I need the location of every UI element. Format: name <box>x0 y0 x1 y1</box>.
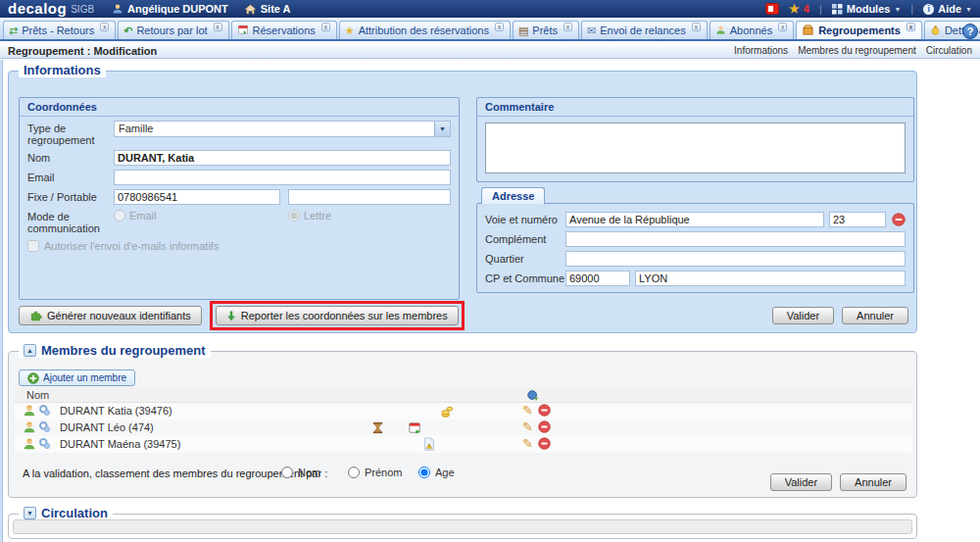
tab-close-icon[interactable]: x <box>495 23 504 31</box>
tab-close-icon[interactable]: x <box>906 23 915 31</box>
cp-input[interactable] <box>565 271 630 286</box>
member-link-icon[interactable] <box>38 404 51 417</box>
app-logo: decalog <box>8 1 67 17</box>
notifications[interactable]: ★ 4 <box>789 2 809 16</box>
remove-member-icon[interactable] <box>538 420 551 433</box>
annotation-highlight-box: Reporter les coordonnées sur les membres <box>210 301 465 330</box>
autoriser-emails-checkbox[interactable] <box>27 240 39 252</box>
tab-attribution-reservations[interactable]: ★ Attribution des réservations x <box>339 21 511 39</box>
voie-input[interactable] <box>565 212 824 227</box>
type-regroupement-label: Type de regroupement <box>27 121 114 146</box>
fixe-portable-label: Fixe / Portable <box>27 189 114 203</box>
table-row[interactable]: DURANT Léo (474) ✎ <box>15 419 912 436</box>
tab-abonnes[interactable]: Abonnés x <box>710 21 794 39</box>
type-regroupement-select[interactable]: Famille ▼ <box>114 121 451 137</box>
tab-close-icon[interactable]: x <box>564 23 572 31</box>
tab-envoi-relances[interactable]: ✉ Envoi de relances x <box>581 21 708 39</box>
plus-icon <box>27 372 39 384</box>
sort-nom-radio[interactable] <box>281 467 293 478</box>
panel-coordonnees: Coordonnées Type de regroupement Famille… <box>19 97 460 300</box>
table-row[interactable]: DURANT Maéna (39475) ✎ <box>15 436 912 453</box>
remove-address-icon[interactable] <box>892 213 906 226</box>
user-icon <box>112 3 123 15</box>
anchor-membres[interactable]: Membres du regroupement <box>798 45 916 56</box>
mode-email-option: Email <box>114 210 157 222</box>
edit-pencil-icon[interactable]: ✎ <box>522 403 533 418</box>
collapse-up-icon[interactable]: ▲ <box>24 344 36 357</box>
panel-coordonnees-title: Coordonnées <box>20 98 459 117</box>
alert-icon[interactable] <box>765 3 779 15</box>
remove-member-icon[interactable] <box>538 437 551 450</box>
numero-input[interactable] <box>829 212 886 227</box>
top-bar: decalog SIGB Angélique DUPONT Site A ★ 4… <box>0 0 980 18</box>
member-link-icon[interactable] <box>38 420 51 433</box>
tab-close-icon[interactable]: x <box>692 23 701 31</box>
ajouter-membre-button[interactable]: Ajouter un membre <box>19 370 135 386</box>
page-left-edge <box>0 60 3 542</box>
sort-age-label: Age <box>435 467 455 478</box>
current-user-label: Angélique DUPONT <box>127 3 228 15</box>
annuler-button[interactable]: Annuler <box>842 307 908 324</box>
circulation-collapsed-bar[interactable] <box>13 519 912 534</box>
section-informations-title: Informations <box>19 63 106 77</box>
edit-pencil-icon[interactable]: ✎ <box>522 419 533 434</box>
table-row[interactable]: DURANT Katia (39476) ✎ <box>15 403 912 419</box>
modules-menu[interactable]: Modules ▼ <box>832 3 902 15</box>
complement-input[interactable] <box>565 231 906 247</box>
collapse-down-icon[interactable]: ▼ <box>24 507 36 519</box>
group-box-icon <box>802 25 814 37</box>
current-user[interactable]: Angélique DUPONT <box>112 3 228 15</box>
quartier-input[interactable] <box>565 251 906 267</box>
star-icon: ★ <box>789 2 800 16</box>
member-name: DURANT Katia (39476) <box>60 405 172 417</box>
tab-close-icon[interactable]: x <box>321 23 330 31</box>
tab-close-icon[interactable]: x <box>214 23 222 31</box>
tab-close-icon[interactable]: x <box>100 23 109 31</box>
anchor-informations[interactable]: Informations <box>734 45 788 56</box>
anchor-circulation[interactable]: Circulation <box>926 45 972 56</box>
edit-pencil-icon[interactable]: ✎ <box>522 436 533 451</box>
generer-identifiants-button[interactable]: Générer nouveaux identifiants <box>19 306 202 325</box>
hourglass-icon <box>370 420 385 435</box>
mode-lettre-radio[interactable] <box>288 210 300 222</box>
section-circulation: ▼ Circulation <box>8 514 917 539</box>
portable-input[interactable] <box>288 189 451 205</box>
fixe-input[interactable] <box>114 189 280 205</box>
commune-input[interactable] <box>635 271 906 286</box>
breadcrumb: Regroupement : Modification Informations… <box>0 43 980 59</box>
tab-label: Abonnés <box>730 25 772 36</box>
info-icon: i <box>923 4 934 15</box>
commentaire-textarea[interactable] <box>485 123 906 173</box>
reporter-coordonnees-button[interactable]: Reporter les coordonnées sur les membres <box>216 306 459 325</box>
tab-regroupements[interactable]: Regroupements x <box>796 21 922 39</box>
tab-retours-par-lot[interactable]: ↶ Retours par lot x <box>118 21 228 39</box>
reporter-label: Reporter les coordonnées sur les membres <box>241 310 448 321</box>
email-input[interactable] <box>114 170 451 185</box>
valider-membres-button[interactable]: Valider <box>770 473 832 491</box>
section-membres-title: Membres du regroupement <box>41 343 206 358</box>
annuler-membres-button[interactable]: Annuler <box>840 473 906 491</box>
document-warning-icon <box>422 437 436 451</box>
aide-menu[interactable]: i Aide ▼ <box>923 3 972 15</box>
sort-age-radio[interactable] <box>418 467 430 478</box>
tab-prets-retours[interactable]: ⇄ Prêts - Retours x <box>3 21 116 39</box>
subscriber-icon <box>715 25 726 37</box>
member-person-icon <box>23 437 36 451</box>
nom-input[interactable] <box>114 150 451 166</box>
tab-close-icon[interactable]: x <box>778 23 787 31</box>
chevron-down-icon: ▼ <box>894 6 901 13</box>
tab-adresse[interactable]: Adresse <box>481 187 545 204</box>
help-button[interactable]: ? <box>962 24 978 39</box>
nom-label: Nom <box>27 150 114 164</box>
arrow-down-icon <box>226 310 236 322</box>
tab-reservations[interactable]: Réservations x <box>231 21 337 39</box>
ajouter-membre-label: Ajouter un membre <box>43 372 126 383</box>
notification-count: 4 <box>804 3 809 15</box>
current-site[interactable]: Site A <box>244 3 291 15</box>
tab-prets[interactable]: ▤ Prêts x <box>513 21 579 39</box>
mode-email-radio[interactable] <box>114 210 125 222</box>
valider-button[interactable]: Valider <box>772 307 834 324</box>
sort-prenom-radio[interactable] <box>348 467 360 478</box>
member-link-icon[interactable] <box>38 437 51 450</box>
remove-member-icon[interactable] <box>538 404 551 417</box>
